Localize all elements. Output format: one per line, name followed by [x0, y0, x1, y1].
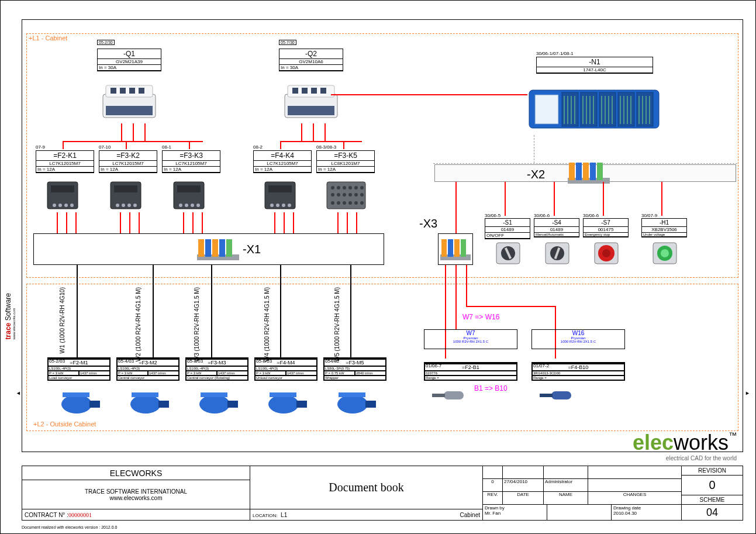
k2-tag: =F3-K2	[99, 151, 157, 161]
m4-xref: 05-6/03	[256, 359, 272, 364]
svg-rect-12	[320, 88, 326, 94]
w7-tag: W7	[424, 330, 517, 336]
svg-point-77	[360, 193, 364, 197]
wire	[280, 141, 362, 142]
svg-point-79	[337, 201, 340, 205]
b10-range: Range =	[532, 375, 624, 380]
wire	[129, 212, 130, 233]
wire	[144, 123, 146, 141]
svg-point-58	[196, 204, 200, 207]
svg-rect-117	[158, 401, 169, 408]
cable	[350, 265, 351, 357]
emergency-stop-icon	[593, 242, 619, 265]
breaker-icon	[100, 80, 158, 123]
k5-xref: 08-3/08-3	[316, 144, 336, 150]
brand-trace: trace	[4, 323, 12, 340]
svg-point-52	[133, 204, 137, 207]
svg-point-67	[337, 186, 340, 190]
wire	[313, 123, 314, 141]
svg-point-46	[70, 204, 74, 207]
svg-rect-10	[302, 88, 308, 94]
logo-elec: elec	[633, 430, 674, 454]
wire	[661, 182, 662, 216]
svg-rect-42	[51, 185, 74, 192]
svg-rect-98	[448, 239, 453, 257]
svg-point-122	[268, 395, 299, 414]
cable	[211, 265, 212, 357]
wire	[455, 182, 457, 233]
k4-xref: 08-2	[253, 144, 263, 150]
w2-label: W2 (1000 R2V-RH 4G1.5 M)	[135, 287, 141, 361]
m5-motor: 054/02 =F3-M5 LS80L-3P(0.75) P = 0.75 kW…	[323, 357, 386, 381]
b1-xref: 01/06-7	[426, 363, 441, 368]
svg-point-74	[343, 193, 346, 197]
wire	[603, 182, 604, 216]
svg-point-66	[331, 186, 334, 190]
tb-location: L1	[281, 512, 287, 518]
s1-pn: 01489	[485, 227, 530, 233]
tb-cabinet: Cabinet	[460, 512, 480, 518]
svg-point-113	[61, 395, 92, 414]
svg-rect-11	[311, 88, 317, 94]
svg-rect-95	[597, 163, 603, 180]
k1-tag: =F2-K1	[36, 151, 94, 161]
brand-url: www.elecworks.com	[12, 293, 16, 339]
m5-xref: 054/02	[325, 359, 339, 364]
k1-rating: In = 12A	[36, 167, 94, 173]
zone-l1-label: +L1 - Cabinet	[29, 35, 67, 42]
m3-pn: LS100L-4P(3)	[186, 366, 248, 371]
svg-point-78	[331, 201, 334, 205]
k3-pn: LC7K12105M7	[163, 161, 220, 167]
svg-rect-6	[106, 106, 153, 115]
svg-rect-86	[205, 239, 211, 257]
svg-rect-130	[551, 391, 571, 399]
motor-icon	[264, 387, 310, 415]
svg-rect-100	[461, 239, 466, 257]
scheme-value: 04	[682, 505, 743, 520]
m1-motor: 05-2/03 =F2-M1 LS100L-4P(3) P = 3 kW1437…	[47, 357, 111, 381]
wire	[63, 141, 64, 149]
svg-rect-131	[540, 394, 553, 397]
svg-rect-89	[226, 239, 232, 257]
wire	[192, 212, 194, 233]
svg-rect-127	[339, 392, 365, 397]
wire	[189, 141, 190, 149]
svg-point-57	[191, 204, 194, 207]
prev-page-arrow[interactable]: ◄	[16, 390, 21, 396]
svg-rect-85	[198, 239, 204, 257]
rev-date: 27/04/2010	[503, 479, 544, 492]
svg-point-83	[360, 201, 364, 205]
terminal-block-icon	[197, 237, 239, 263]
q2-tag: -Q2	[279, 49, 343, 59]
svg-point-125	[337, 395, 368, 414]
m2-rpm: 1437 tr/mn	[148, 371, 179, 375]
k3-tag: =F3-K3	[163, 151, 220, 161]
m1-fn: Load conveyor	[48, 375, 110, 380]
terminal-block-icon	[440, 237, 471, 263]
h1-lamp: -H1 XB2BV3506 Under voltage	[641, 218, 687, 237]
svg-point-51	[127, 204, 131, 207]
m3-xref: 05-3/03	[187, 359, 203, 364]
w16-cable: W16 Prysmian 1000 R2V-RH 2X1.5 C	[531, 329, 625, 349]
svg-rect-54	[177, 185, 201, 192]
wire	[325, 123, 326, 141]
s4-tag: -S4	[534, 219, 579, 227]
drawn-by: Mr. Fan	[485, 511, 545, 516]
svg-rect-93	[583, 163, 589, 180]
revision-label: REVISION	[682, 466, 743, 476]
contactor-icon	[171, 180, 206, 212]
b1-pn: 020776	[424, 371, 517, 375]
m3-rpm: 1437 tr/mn	[217, 371, 248, 375]
svg-point-116	[130, 395, 161, 414]
svg-point-81	[348, 201, 352, 205]
svg-point-72	[331, 193, 334, 197]
motor-icon	[57, 387, 103, 415]
x1-label: -X1	[243, 243, 261, 256]
wire	[66, 212, 67, 233]
svg-rect-114	[89, 401, 100, 408]
k1-xref: 07-9	[36, 144, 45, 150]
title-block: ELECWORKS TRACE SOFTWARE INTERNATIONAL w…	[22, 466, 743, 521]
next-page-arrow[interactable]: ►	[745, 390, 750, 396]
breaker-icon	[282, 80, 340, 123]
scheme-label: SCHEME	[682, 495, 743, 505]
